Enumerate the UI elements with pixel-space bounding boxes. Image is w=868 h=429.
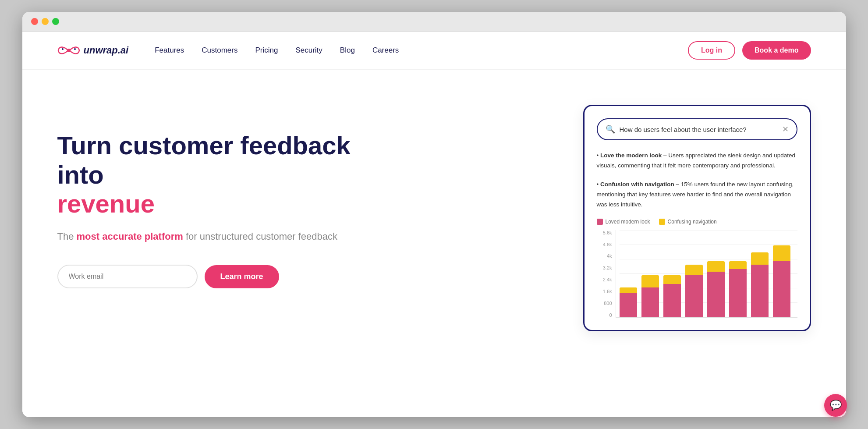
y-label-2: 4k [597, 253, 612, 259]
nav-link-pricing[interactable]: Pricing [255, 46, 278, 55]
legend-dot-pink [597, 219, 603, 225]
bar-top-3 [685, 265, 703, 275]
bar-top-0 [620, 287, 637, 293]
traffic-light-red[interactable] [31, 18, 38, 25]
hero-subtitle-highlight: most accurate platform [77, 231, 183, 242]
analytics-widget: 🔍 How do users feel about the user inter… [583, 105, 811, 331]
hero-right: 🔍 How do users feel about the user inter… [583, 105, 811, 331]
bar-bottom-5 [729, 269, 747, 317]
nav-actions: Log in Book a demo [688, 41, 811, 60]
traffic-light-green[interactable] [52, 18, 59, 25]
chart-wrapper: 5.6k 4.8k 4k 3.2k 2.4k 1.6k 800 0 [597, 230, 797, 318]
svg-point-0 [67, 49, 71, 52]
bar-bottom-6 [751, 265, 769, 317]
navbar: unwrap.ai Features Customers Pricing Sec… [22, 32, 846, 70]
nav-link-security[interactable]: Security [295, 46, 322, 55]
nav-links: Features Customers Pricing Security Blog… [155, 46, 688, 55]
bar-group-0 [620, 287, 637, 317]
chat-icon: 💬 [830, 400, 842, 411]
bar-bottom-1 [641, 287, 659, 317]
svg-point-1 [62, 48, 64, 50]
hero-title-line1: Turn customer feedback into [57, 131, 351, 189]
search-icon: 🔍 [606, 124, 615, 134]
y-label-3: 3.2k [597, 265, 612, 270]
bar-bottom-2 [663, 284, 681, 317]
svg-point-2 [74, 48, 76, 50]
insight-1: • Love the modern look – Users appreciat… [597, 151, 797, 171]
bar-group-4 [707, 261, 725, 317]
insight-2: • Confusion with navigation – 15% users … [597, 180, 797, 210]
bar-top-5 [729, 261, 747, 269]
chat-bubble-button[interactable]: 💬 [824, 394, 847, 417]
page-content: unwrap.ai Features Customers Pricing Sec… [22, 32, 846, 417]
traffic-light-yellow[interactable] [42, 18, 49, 25]
legend-item-1: Loved modern look [597, 219, 650, 225]
nav-link-careers[interactable]: Careers [372, 46, 399, 55]
insight-2-bold: Confusion with navigation [600, 181, 674, 188]
bar-group-7 [773, 245, 790, 317]
nav-link-blog[interactable]: Blog [340, 46, 355, 55]
nav-link-customers[interactable]: Customers [202, 46, 237, 55]
login-button[interactable]: Log in [688, 41, 735, 60]
hero-subtitle-post: for unstructured customer feedback [183, 231, 337, 242]
bar-top-2 [663, 275, 681, 284]
bar-group-1 [641, 275, 659, 317]
bar-bottom-7 [773, 261, 790, 317]
work-email-input[interactable] [57, 265, 198, 288]
legend-dot-yellow [659, 219, 665, 225]
hero-title: Turn customer feedback into revenue [57, 131, 355, 219]
legend-label-2: Confusing navigation [668, 219, 717, 225]
browser-chrome [22, 12, 846, 32]
search-bar: 🔍 How do users feel about the user inter… [597, 118, 797, 140]
browser-window: unwrap.ai Features Customers Pricing Sec… [22, 12, 846, 417]
nav-link-features[interactable]: Features [155, 46, 184, 55]
y-label-0: 5.6k [597, 230, 612, 235]
y-label-6: 800 [597, 301, 612, 306]
y-label-4: 2.4k [597, 277, 612, 282]
y-label-1: 4.8k [597, 242, 612, 247]
search-clear-icon[interactable]: ✕ [782, 124, 789, 134]
chart-y-axis: 5.6k 4.8k 4k 3.2k 2.4k 1.6k 800 0 [597, 230, 612, 318]
hero-subtitle: The most accurate platform for unstructu… [57, 229, 355, 244]
gridline-2 [620, 245, 797, 245]
bar-bottom-4 [707, 272, 725, 317]
bar-group-5 [729, 261, 747, 317]
insight-1-bold: Love the modern look [600, 152, 662, 159]
logo-text: unwrap.ai [84, 45, 129, 56]
bar-top-4 [707, 261, 725, 272]
book-demo-button[interactable]: Book a demo [742, 41, 811, 60]
hero-title-highlight: revenue [57, 189, 155, 218]
bar-top-7 [773, 245, 790, 261]
logo-icon [57, 42, 80, 59]
hero-cta: Learn more [57, 265, 355, 288]
learn-more-button[interactable]: Learn more [205, 265, 279, 288]
legend-label-1: Loved modern look [606, 219, 650, 225]
gridline-3 [620, 259, 797, 259]
y-label-7: 0 [597, 312, 612, 318]
bar-top-6 [751, 252, 769, 265]
gridline-1 [620, 230, 797, 230]
hero-subtitle-pre: The [57, 231, 77, 242]
bar-group-2 [663, 275, 681, 317]
chart-legend: Loved modern look Confusing navigation [597, 219, 797, 225]
y-label-5: 1.6k [597, 289, 612, 294]
legend-item-2: Confusing navigation [659, 219, 717, 225]
bar-bottom-0 [620, 293, 637, 317]
chart-area: Loved modern look Confusing navigation 5… [597, 219, 797, 318]
chart-bars-area [616, 230, 797, 318]
bar-group-3 [685, 265, 703, 317]
hero-section: Turn customer feedback into revenue The … [22, 70, 846, 358]
bar-bottom-3 [685, 275, 703, 317]
search-query-text: How do users feel about the user interfa… [620, 126, 778, 133]
bar-top-1 [641, 275, 659, 287]
hero-left: Turn customer feedback into revenue The … [57, 105, 355, 288]
nav-logo[interactable]: unwrap.ai [57, 42, 129, 59]
bar-group-6 [751, 252, 769, 317]
